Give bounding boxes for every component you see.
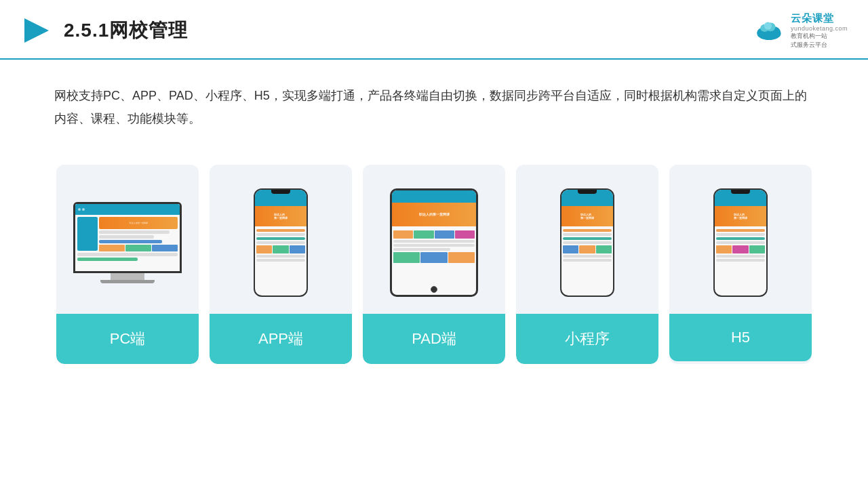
h5-row-5 bbox=[716, 255, 765, 258]
mini-row-2 bbox=[563, 233, 612, 236]
tablet-content bbox=[392, 228, 476, 264]
phone-content-mini bbox=[561, 228, 613, 264]
tablet-screen: 职达人的第一堂网课 bbox=[392, 190, 476, 295]
mini-card-1 bbox=[256, 245, 272, 253]
card-pc-image: 职达人的第一堂网课 bbox=[56, 165, 199, 314]
phone-row-4 bbox=[256, 241, 305, 244]
tablet-cards-row2 bbox=[393, 252, 475, 263]
phone-row-1 bbox=[256, 229, 305, 232]
h5-row-6 bbox=[716, 259, 765, 262]
mini-mc-3 bbox=[596, 245, 612, 253]
h5-row-3 bbox=[716, 237, 765, 240]
card-h5-label: H5 bbox=[669, 314, 812, 361]
logo-main-text: 云朵课堂 bbox=[791, 12, 834, 25]
mini-mc-1 bbox=[563, 245, 578, 253]
cloud-logo-icon bbox=[753, 18, 785, 43]
header: 2.5.1网校管理 云朵课堂 yunduoketang.com 教育机构一站式服… bbox=[0, 0, 868, 60]
card-pc: 职达人的第一堂网课 bbox=[56, 165, 199, 364]
cards-container: 职达人的第一堂网课 bbox=[0, 144, 868, 364]
tablet-header bbox=[392, 190, 476, 203]
tablet-banner: 职达人的第一堂网课 bbox=[392, 203, 476, 226]
phone-screen-app: 职达人的第一堂网课 bbox=[255, 190, 307, 296]
phone-mini-cards bbox=[256, 245, 305, 253]
logo-text-area: 云朵课堂 yunduoketang.com 教育机构一站式服务云平台 bbox=[791, 12, 848, 49]
phone-banner-h5: 职达人的第一堂网课 bbox=[715, 206, 766, 226]
phone-row-2 bbox=[256, 233, 305, 236]
play-icon bbox=[20, 14, 53, 47]
card-pad-label: PAD端 bbox=[363, 314, 505, 364]
tablet-cards-row bbox=[393, 230, 475, 239]
phone-screen-h5: 职达人的第一堂网课 bbox=[715, 190, 766, 296]
mini-row-6 bbox=[563, 259, 612, 262]
card-pad-image: 职达人的第一堂网课 bbox=[363, 165, 505, 314]
mini-row-5 bbox=[563, 255, 612, 258]
pc-stand bbox=[111, 273, 144, 280]
mini-mini-cards bbox=[563, 245, 612, 253]
phone-mockup-mini: 职达人的第一堂网课 bbox=[560, 188, 614, 297]
card-app-image: 职达人的第一堂网课 bbox=[210, 165, 352, 314]
tablet-card-7 bbox=[448, 252, 475, 263]
page-title: 2.5.1网校管理 bbox=[64, 18, 188, 43]
tablet-mockup: 职达人的第一堂网课 bbox=[390, 188, 478, 297]
mini-card-2 bbox=[273, 245, 288, 253]
mini-card-3 bbox=[290, 245, 305, 253]
mini-mc-2 bbox=[579, 245, 595, 253]
h5-mini-cards bbox=[716, 245, 765, 253]
phone-row-3 bbox=[256, 237, 305, 240]
phone-content-app bbox=[255, 228, 307, 264]
mini-row-3 bbox=[563, 237, 612, 240]
phone-notch-mini bbox=[578, 190, 597, 194]
phone-banner-app: 职达人的第一堂网课 bbox=[255, 206, 307, 226]
phone-mockup-app: 职达人的第一堂网课 bbox=[254, 188, 308, 297]
card-h5-image: 职达人的第一堂网课 bbox=[669, 165, 812, 314]
card-app: 职达人的第一堂网课 bbox=[210, 165, 352, 364]
card-pc-label: PC端 bbox=[56, 314, 199, 364]
phone-content-h5 bbox=[715, 228, 766, 264]
mini-row-1 bbox=[563, 229, 612, 232]
tablet-row-2 bbox=[393, 244, 475, 247]
tablet-card-5 bbox=[393, 252, 420, 263]
tablet-banner-text: 职达人的第一堂网课 bbox=[419, 212, 450, 216]
tablet-home-button bbox=[431, 286, 437, 293]
phone-mockup-h5: 职达人的第一堂网课 bbox=[713, 188, 768, 297]
phone-screen-mini: 职达人的第一堂网课 bbox=[561, 190, 613, 296]
h5-row-1 bbox=[716, 229, 765, 232]
header-left: 2.5.1网校管理 bbox=[20, 14, 188, 47]
card-miniprogram: 职达人的第一堂网课 bbox=[516, 165, 658, 364]
h5-row-4 bbox=[716, 241, 765, 244]
tablet-row-3 bbox=[393, 248, 450, 251]
tablet-row-1 bbox=[393, 240, 475, 243]
h5-mc-2 bbox=[732, 245, 748, 253]
h5-mc-1 bbox=[716, 245, 732, 253]
card-app-label: APP端 bbox=[210, 314, 352, 364]
mini-row-4 bbox=[563, 241, 612, 244]
pc-dot-1 bbox=[78, 208, 81, 211]
pc-screen: 职达人的第一堂网课 bbox=[75, 204, 180, 271]
tablet-card-2 bbox=[414, 230, 433, 239]
pc-screen-header bbox=[75, 204, 180, 215]
h5-row-2 bbox=[716, 233, 765, 236]
phone-banner-text-mini: 职达人的第一堂网课 bbox=[580, 213, 594, 220]
tablet-card-6 bbox=[420, 252, 447, 263]
phone-banner-text-app: 职达人的第一堂网课 bbox=[274, 213, 288, 220]
pc-screen-body: 职达人的第一堂网课 bbox=[75, 215, 180, 271]
svg-point-7 bbox=[764, 22, 772, 30]
phone-notch-h5 bbox=[731, 190, 750, 194]
card-miniprogram-image: 职达人的第一堂网课 bbox=[516, 165, 658, 314]
phone-banner-mini: 职达人的第一堂网课 bbox=[561, 206, 613, 226]
logo-area: 云朵课堂 yunduoketang.com 教育机构一站式服务云平台 bbox=[753, 12, 848, 49]
tablet-card-1 bbox=[393, 230, 413, 239]
phone-row-5 bbox=[256, 255, 305, 258]
svg-marker-0 bbox=[24, 18, 49, 43]
pc-monitor: 职达人的第一堂网课 bbox=[73, 202, 182, 273]
pc-mockup: 职达人的第一堂网课 bbox=[73, 202, 182, 283]
h5-mc-3 bbox=[749, 245, 765, 253]
card-h5: 职达人的第一堂网课 bbox=[669, 165, 812, 364]
description-text: 网校支持PC、APP、PAD、小程序、H5，实现多端打通，产品各终端自由切换，数… bbox=[0, 60, 868, 144]
phone-banner-text-h5: 职达人的第一堂网课 bbox=[734, 213, 747, 220]
phone-notch-app bbox=[271, 190, 290, 194]
pc-dot-2 bbox=[82, 208, 85, 211]
tablet-card-3 bbox=[435, 230, 454, 239]
logo-slogan-text: 教育机构一站式服务云平台 bbox=[791, 32, 827, 49]
pc-base bbox=[100, 280, 155, 283]
